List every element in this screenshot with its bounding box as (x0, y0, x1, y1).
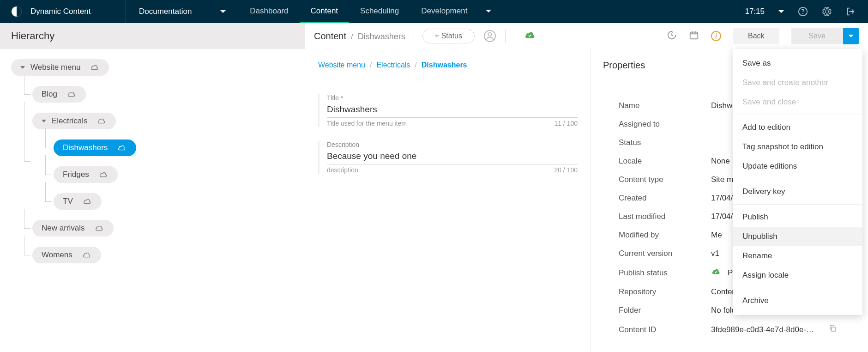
cloud-icon (96, 117, 107, 125)
nav-tab-scheduling[interactable]: Scheduling (349, 0, 410, 23)
context-switcher[interactable]: Documentation (126, 0, 239, 23)
field-help: description (327, 166, 358, 174)
nav-tab-development[interactable]: Development (410, 0, 502, 23)
chevron-down-icon (42, 120, 46, 122)
cloud-icon (117, 144, 127, 152)
tree-node-womens[interactable]: Womens (32, 247, 101, 263)
crumb-link[interactable]: Website menu (318, 61, 365, 69)
field-label: Description (327, 141, 359, 148)
cloud-icon (94, 225, 104, 232)
tree-node-electricals[interactable]: Electricals (32, 113, 116, 129)
copy-icon[interactable] (829, 324, 837, 335)
tree-node-fridges[interactable]: Fridges (54, 166, 118, 183)
assignee-avatar[interactable] (484, 30, 496, 42)
prop-contentid-value: 3fde989e-c0d3-4e7d-8d0e-… (711, 324, 837, 335)
cloud-icon (82, 198, 92, 205)
tree-node-website-menu[interactable]: Website menu (11, 59, 109, 76)
tree-node-new-arrivals[interactable]: New arrivals (32, 220, 114, 237)
dropdown-item: Save and create another (733, 73, 862, 92)
brand[interactable]: Dynamic Content (0, 0, 126, 23)
save-button-group[interactable]: Save (791, 28, 859, 44)
dropdown-item[interactable]: Add to edition (733, 118, 862, 137)
crumb-current: Dishwashers (422, 61, 467, 69)
chevron-down-icon (20, 66, 25, 69)
chevron-down-icon (220, 10, 226, 13)
tree-node-tv[interactable]: TV (54, 193, 102, 210)
dropdown-item[interactable]: Archive (733, 291, 862, 310)
crumb-link[interactable]: Electricals (376, 61, 410, 69)
dropdown-item[interactable]: Update editions (733, 157, 862, 176)
dropdown-item[interactable]: Tag snapshot to edition (733, 137, 862, 157)
calendar-icon[interactable] (689, 30, 699, 42)
breadcrumb: Content / Dishwashers (314, 31, 405, 42)
breadcrumb-major: Content (314, 31, 346, 42)
brand-name: Dynamic Content (30, 7, 90, 16)
cloud-icon (66, 91, 77, 98)
clock-value: 17:15 (745, 7, 765, 16)
description-field: Description description 20 / 100 (318, 141, 578, 174)
help-icon[interactable] (798, 6, 808, 17)
tree-node-dishwashers[interactable]: Dishwashers (54, 140, 136, 156)
context-label: Documentation (139, 7, 192, 16)
chevron-down-icon (848, 35, 854, 37)
chevron-down-icon (486, 10, 491, 12)
prop-locale-value: None (711, 157, 730, 166)
save-dropdown-toggle[interactable] (843, 28, 859, 44)
back-button[interactable]: Back (733, 28, 779, 44)
dropdown-item[interactable]: Publish (733, 207, 862, 227)
chevron-down-icon (778, 10, 784, 13)
tree-node-blog[interactable]: Blog (32, 86, 86, 103)
prop-modifiedby-value: Me (711, 231, 722, 240)
panel-title: Hierarchy (0, 23, 305, 49)
brand-logo-icon (11, 6, 22, 17)
save-dropdown-menu: Save asSave and create anotherSave and c… (733, 49, 862, 315)
save-button[interactable]: Save (791, 28, 843, 44)
nav-tab-dashboard[interactable]: Dashboard (239, 0, 299, 23)
dropdown-item[interactable]: Unpublish (733, 227, 862, 246)
info-icon[interactable]: i (711, 31, 721, 41)
dropdown-item[interactable]: Assign locale (733, 266, 862, 285)
title-field: Title * Title used for the menu item 11 … (318, 94, 578, 127)
status-chip[interactable]: + Status (422, 29, 475, 43)
cloud-published-icon (711, 267, 721, 278)
prop-version-value: v1 (711, 249, 719, 258)
field-counter: 11 / 100 (554, 120, 578, 127)
cloud-icon (82, 251, 92, 259)
title-input[interactable] (327, 102, 578, 118)
nav-tab-content[interactable]: Content (300, 0, 350, 23)
dropdown-item[interactable]: Delivery key (733, 182, 862, 201)
dropdown-item[interactable]: Rename (733, 246, 862, 266)
cloud-icon (98, 171, 108, 178)
dropdown-item[interactable]: Save as (733, 54, 862, 73)
field-counter: 20 / 100 (554, 166, 578, 174)
cloud-published-icon (524, 30, 536, 42)
editor-breadcrumb: Website menu/ Electricals/ Dishwashers (305, 61, 591, 80)
dropdown-item: Save and close (733, 92, 862, 112)
time-select[interactable]: 17:15 (745, 7, 784, 16)
cloud-icon (90, 64, 100, 71)
breadcrumb-minor: Dishwashers (358, 32, 405, 42)
field-label: Title * (327, 94, 343, 102)
hierarchy-tree: Website menu Blog (11, 59, 294, 263)
field-help: Title used for the menu item (327, 120, 407, 127)
main-nav-tabs: Dashboard Content Scheduling Development (239, 0, 502, 23)
logout-icon[interactable] (846, 6, 856, 17)
history-icon[interactable] (667, 30, 677, 42)
gear-icon[interactable] (822, 6, 832, 17)
description-input[interactable] (327, 148, 578, 164)
